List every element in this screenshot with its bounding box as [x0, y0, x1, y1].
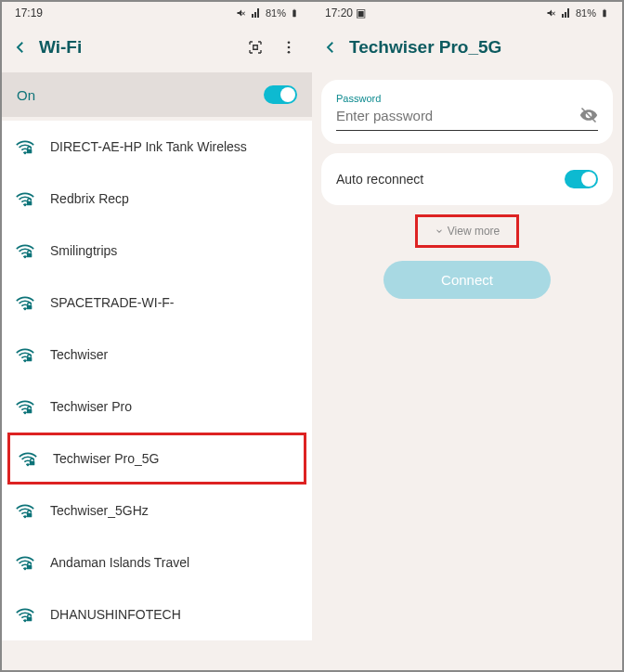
network-item[interactable]: Techwiser Pro_5G [7, 433, 306, 485]
wifi-locked-icon [15, 344, 35, 365]
svg-point-1 [288, 46, 291, 49]
network-item[interactable]: Techwiser_5GHz [2, 485, 312, 536]
svg-rect-6 [27, 305, 32, 310]
network-item[interactable]: Techwiser [2, 329, 312, 381]
wifi-on-label: On [17, 87, 35, 103]
svg-rect-9 [30, 461, 35, 466]
network-name: SPACETRADE-WI-F- [50, 295, 175, 310]
wifi-header: Wi-Fi [2, 24, 312, 72]
view-more-button[interactable]: View more [435, 225, 500, 238]
status-time: 17:19 [15, 6, 43, 19]
back-icon[interactable] [11, 38, 30, 57]
network-item[interactable]: DIRECT-AE-HP Ink Tank Wireless [2, 121, 312, 173]
svg-point-0 [288, 41, 291, 44]
visibility-toggle-icon[interactable] [579, 106, 598, 124]
wifi-on-row: On [2, 72, 312, 117]
chevron-down-icon [435, 226, 444, 236]
password-input[interactable] [336, 108, 579, 123]
status-right: 81% [546, 7, 609, 19]
status-bar: 17:19 81% [2, 2, 312, 24]
back-icon[interactable] [321, 38, 340, 57]
wifi-list-screen: 17:19 81% Wi-Fi On [2, 2, 312, 670]
signal-icon [561, 7, 572, 19]
wifi-locked-icon [15, 552, 35, 573]
network-item[interactable]: DHANUSHINFOTECH [2, 588, 312, 640]
password-label: Password [336, 93, 598, 104]
wifi-toggle[interactable] [264, 85, 297, 104]
svg-rect-10 [27, 513, 32, 518]
view-more-highlight: View more [415, 214, 519, 248]
page-title: Wi-Fi [39, 37, 238, 58]
network-item[interactable]: Andaman Islands Travel [2, 536, 312, 588]
auto-reconnect-toggle[interactable] [565, 170, 598, 188]
wifi-locked-icon [15, 240, 35, 261]
wifi-locked-icon [15, 188, 35, 209]
network-item[interactable]: Smilingtrips [2, 225, 312, 277]
wifi-locked-icon [15, 604, 35, 625]
status-right: 81% [236, 7, 299, 19]
wifi-locked-icon [15, 500, 35, 521]
network-name: Techwiser [50, 347, 108, 362]
battery-text: 81% [266, 7, 286, 19]
view-more-label: View more [448, 225, 500, 238]
network-name: Redbrix Recp [50, 191, 129, 206]
auto-reconnect-row: Auto reconnect [321, 153, 613, 205]
svg-rect-3 [27, 149, 32, 154]
network-name: DIRECT-AE-HP Ink Tank Wireless [50, 139, 247, 154]
wifi-locked-icon [15, 136, 35, 157]
battery-text: 81% [576, 7, 596, 19]
network-item[interactable]: SPACETRADE-WI-F- [2, 277, 312, 329]
network-name: Techwiser Pro [50, 399, 132, 414]
network-name: Andaman Islands Travel [50, 555, 189, 570]
network-item[interactable]: Techwiser Pro [2, 381, 312, 433]
status-time: 17:20 ▣ [325, 6, 366, 19]
wifi-connect-screen: 17:20 ▣ 81% Techwiser Pro_5G Password [312, 2, 622, 670]
svg-rect-8 [27, 409, 32, 414]
svg-rect-4 [27, 201, 32, 206]
signal-icon [251, 7, 262, 19]
network-name: DHANUSHINFOTECH [50, 607, 181, 622]
svg-rect-7 [27, 357, 32, 362]
battery-icon [600, 7, 609, 19]
network-name: Smilingtrips [50, 243, 117, 258]
wifi-locked-icon [15, 292, 35, 313]
connect-header: Techwiser Pro_5G [312, 24, 622, 72]
network-name: Techwiser Pro_5G [53, 451, 159, 466]
wifi-locked-icon [15, 396, 35, 417]
battery-icon [290, 7, 299, 19]
status-bar: 17:20 ▣ 81% [312, 2, 622, 24]
mute-icon [236, 7, 247, 19]
svg-rect-5 [27, 253, 32, 258]
svg-point-2 [288, 51, 291, 54]
password-card: Password [321, 80, 613, 144]
connect-button[interactable]: Connect [384, 261, 551, 299]
network-name: Techwiser_5GHz [50, 503, 149, 518]
screenshot-icon: ▣ [356, 6, 366, 19]
network-title: Techwiser Pro_5G [349, 37, 613, 58]
qr-scan-icon[interactable] [247, 39, 264, 56]
mute-icon [546, 7, 557, 19]
network-list: DIRECT-AE-HP Ink Tank Wireless Redbrix R… [2, 121, 312, 640]
network-item[interactable]: Redbrix Recp [2, 173, 312, 225]
wifi-locked-icon [18, 448, 38, 469]
svg-rect-11 [27, 565, 32, 570]
more-icon[interactable] [280, 39, 297, 56]
auto-reconnect-label: Auto reconnect [336, 172, 423, 187]
svg-rect-12 [27, 617, 32, 622]
